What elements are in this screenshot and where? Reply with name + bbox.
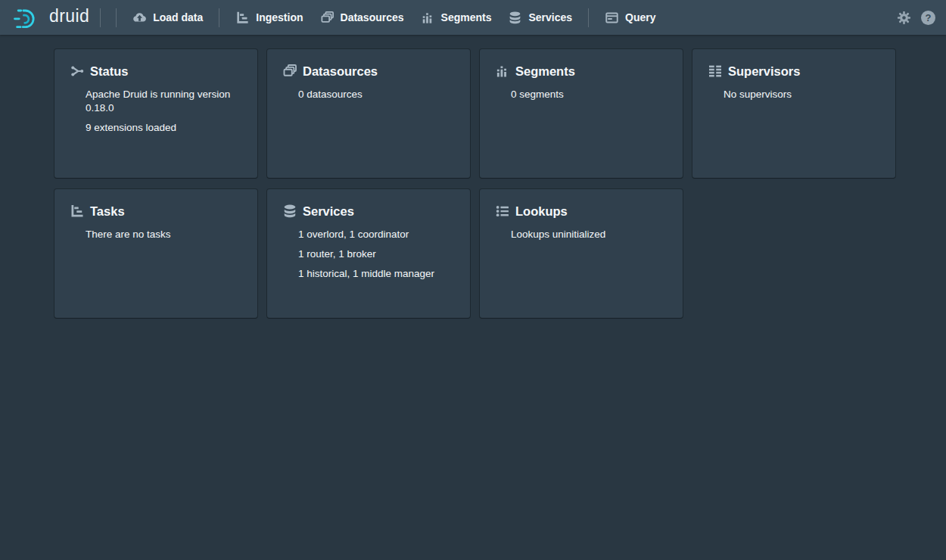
nav-item-label: Services [528,11,572,23]
card-body: Apache Druid is running version 0.18.09 … [86,88,242,135]
nav-item-label: Load data [153,11,203,23]
layers-icon [282,64,297,79]
card-datasources[interactable]: Datasources0 datasources [267,49,470,178]
card-line: 1 overlord, 1 coordinator [298,228,455,241]
card-title: Datasources [303,64,378,79]
card-body: There are no tasks [86,228,242,241]
card-title-row: Datasources [282,64,455,79]
gantt-chart-icon [235,11,250,25]
card-title: Lookups [515,204,568,219]
card-line: 1 historical, 1 middle manager [298,267,455,281]
nav-item-label: Datasources [341,11,404,23]
card-title: Tasks [90,204,125,219]
nav-item-label: Query [625,11,655,23]
card-line: 0 datasources [298,88,455,101]
card-line: 1 router, 1 broker [298,247,455,261]
card-line: Lookups uninitialized [511,228,667,241]
nav-divider [100,8,101,27]
card-line: 9 extensions loaded [86,121,242,135]
card-lookups[interactable]: LookupsLookups uninitialized [480,189,683,318]
card-title-row: Status [70,64,242,79]
list-columns-icon [708,64,723,79]
card-line: No supervisors [724,88,880,101]
card-body: 0 datasources [298,88,455,101]
nav-item-datasources[interactable]: Datasources [312,0,412,35]
card-title-row: Tasks [70,204,242,219]
card-services[interactable]: Services1 overlord, 1 coordinator1 route… [267,189,470,318]
nav-item-ingestion[interactable]: Ingestion [227,0,311,35]
druid-logo-icon [12,5,42,30]
layers-icon [320,11,335,25]
bar-chart-icon [421,11,435,25]
druid-wordmark: druid [49,6,89,26]
settings-gear-icon[interactable] [897,11,911,25]
card-title-row: Segments [495,64,667,79]
card-segments[interactable]: Segments0 segments [480,49,683,178]
card-line: There are no tasks [86,228,242,241]
nav-divider [588,8,589,27]
help-icon[interactable]: ? [921,11,935,25]
card-title: Services [303,204,354,219]
nav-divider [116,8,117,27]
card-title: Status [90,64,128,79]
nav-item-query[interactable]: Query [596,0,664,35]
card-body: No supervisors [724,88,880,101]
card-title-row: Lookups [495,204,667,219]
cloud-upload-icon [132,11,147,25]
properties-icon [495,204,510,219]
home-view: StatusApache Druid is running version 0.… [0,35,946,318]
card-title: Supervisors [728,64,800,79]
navbar-right: ? [897,11,935,25]
card-title-row: Services [282,204,455,219]
database-icon [282,204,297,219]
nav-item-label: Ingestion [256,11,303,23]
card-title-row: Supervisors [708,64,880,79]
card-supervisors[interactable]: SupervisorsNo supervisors [692,49,895,178]
card-status[interactable]: StatusApache Druid is running version 0.… [54,49,257,178]
nav-divider [219,8,219,27]
gantt-chart-icon [70,204,85,219]
bar-chart-icon [495,64,510,79]
nav-item-load-data[interactable]: Load data [124,0,211,35]
druid-logo[interactable]: druid [12,5,89,30]
card-body: 0 segments [511,88,667,101]
top-navbar: druid Load dataIngestionDatasourcesSegme… [0,0,946,35]
card-title: Segments [515,64,575,79]
card-body: 1 overlord, 1 coordinator1 router, 1 bro… [298,228,455,281]
console-icon [605,11,619,25]
card-tasks[interactable]: TasksThere are no tasks [54,189,257,318]
nav-item-label: Segments [441,11,492,23]
card-line: 0 segments [511,88,667,101]
card-body: Lookups uninitialized [511,228,667,241]
nav-item-services[interactable]: Services [499,0,580,35]
nav-item-segments[interactable]: Segments [412,0,500,35]
card-line: Apache Druid is running version 0.18.0 [86,88,242,115]
database-icon [508,11,522,25]
fork-icon [70,64,85,79]
